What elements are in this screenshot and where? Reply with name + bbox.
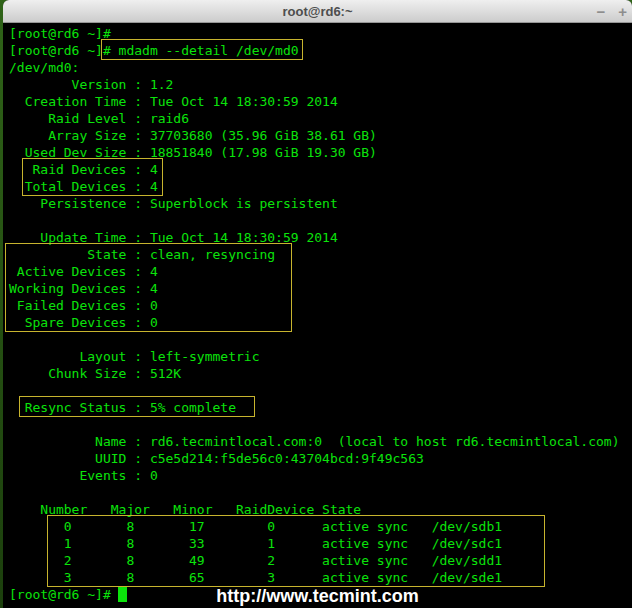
minimize-icon[interactable]: −	[596, 4, 605, 19]
window-title: root@rd6:~	[282, 4, 352, 19]
terminal-line: Name : rd6.tecmintlocal.com:0 (local to …	[9, 433, 632, 450]
terminal-line: /dev/md0:	[9, 59, 632, 76]
terminal-line: Raid Devices : 4	[9, 161, 632, 178]
window-titlebar[interactable]: root@rd6:~ − +	[3, 0, 632, 23]
terminal-cursor	[118, 587, 127, 602]
terminal-line: Layout : left-symmetric	[9, 348, 632, 365]
terminal-line: 3 8 65 3 active sync /dev/sde1	[9, 569, 632, 586]
terminal-line: Creation Time : Tue Oct 14 18:30:59 2014	[9, 93, 632, 110]
terminal-window: root@rd6:~ − + [root@rd6 ~]# [root@rd6 ~…	[3, 0, 632, 608]
terminal-line	[9, 382, 632, 399]
terminal-line	[9, 484, 632, 501]
terminal-line: Total Devices : 4	[9, 178, 632, 195]
terminal-screen[interactable]: [root@rd6 ~]# [root@rd6 ~]# mdadm --deta…	[3, 23, 632, 608]
terminal-line: 2 8 49 2 active sync /dev/sdd1	[9, 552, 632, 569]
terminal-line: Persistence : Superblock is persistent	[9, 195, 632, 212]
terminal-line: Active Devices : 4	[9, 263, 632, 280]
terminal-line: Working Devices : 4	[9, 280, 632, 297]
terminal-line: Spare Devices : 0	[9, 314, 632, 331]
terminal-line	[9, 212, 632, 229]
window-controls: − +	[596, 0, 627, 22]
terminal-line	[9, 331, 632, 348]
terminal-line: [root@rd6 ~]# mdadm --detail /dev/md0	[9, 42, 632, 59]
terminal-line: Raid Level : raid6	[9, 110, 632, 127]
terminal-line: Chunk Size : 512K	[9, 365, 632, 382]
terminal-line: Version : 1.2	[9, 76, 632, 93]
terminal-line: Update Time : Tue Oct 14 18:30:59 2014	[9, 229, 632, 246]
terminal-line: Events : 0	[9, 467, 632, 484]
terminal-line: Failed Devices : 0	[9, 297, 632, 314]
terminal-line: 1 8 33 1 active sync /dev/sdc1	[9, 535, 632, 552]
terminal-line: Array Size : 37703680 (35.96 GiB 38.61 G…	[9, 127, 632, 144]
terminal-line: [root@rd6 ~]#	[9, 25, 632, 42]
watermark-text: http://www.tecmint.com	[216, 586, 418, 607]
terminal-line: UUID : c5e5d214:f5de56c0:43704bcd:9f49c5…	[9, 450, 632, 467]
terminal-line: Resync Status : 5% complete	[9, 399, 632, 416]
maximize-icon[interactable]: +	[618, 4, 627, 19]
terminal-line	[9, 416, 632, 433]
terminal-line: 0 8 17 0 active sync /dev/sdb1	[9, 518, 632, 535]
terminal-line: Used Dev Size : 18851840 (17.98 GiB 19.3…	[9, 144, 632, 161]
terminal-line: State : clean, resyncing	[9, 246, 632, 263]
terminal-line: Number Major Minor RaidDevice State	[9, 501, 632, 518]
